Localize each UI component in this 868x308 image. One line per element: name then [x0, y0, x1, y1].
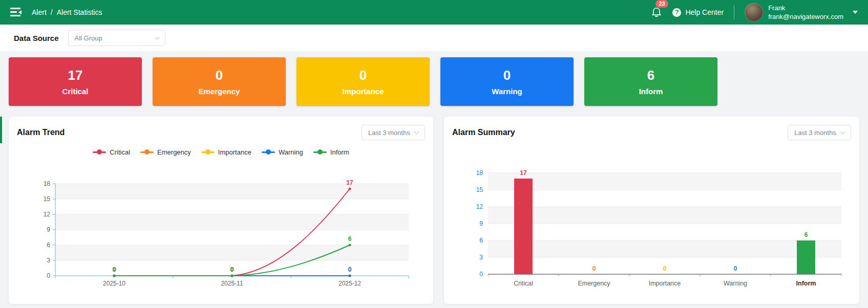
bell-icon [651, 7, 662, 19]
svg-text:0: 0 [348, 266, 352, 273]
svg-text:Importance: Importance [649, 280, 681, 287]
svg-text:6: 6 [47, 241, 50, 249]
alarm-trend-title: Alarm Trend [17, 128, 65, 137]
svg-text:6: 6 [348, 235, 352, 243]
svg-text:0: 0 [592, 265, 596, 272]
stat-label: Importance [343, 87, 384, 96]
header-divider [734, 5, 734, 19]
breadcrumb-alert-statistics: Alert Statistics [57, 8, 102, 16]
user-email: frank@navigateworx.com [768, 12, 843, 21]
stat-value: 0 [503, 68, 511, 83]
user-info: Frank frank@navigateworx.com [768, 4, 843, 21]
svg-text:Critical: Critical [514, 280, 533, 287]
breadcrumb-alert[interactable]: Alert [32, 8, 47, 16]
stat-card-warning: 0 Warning [440, 57, 574, 106]
svg-text:12: 12 [476, 203, 483, 210]
svg-text:Inform: Inform [796, 280, 816, 287]
svg-text:6: 6 [479, 237, 483, 244]
filter-row: Data Source All Group [0, 25, 868, 51]
legend-label: Inform [330, 148, 349, 156]
app-header: Alert / Alert Statistics 23 ? Help Cente… [0, 0, 868, 25]
trend-range-select[interactable]: Last 3 months [362, 125, 425, 140]
trend-range-value: Last 3 months [368, 129, 410, 137]
legend-item-inform[interactable]: Inform [313, 148, 349, 156]
svg-text:0: 0 [47, 272, 50, 279]
svg-text:17: 17 [346, 179, 353, 186]
svg-text:0: 0 [663, 265, 667, 272]
alarm-summary-panel: Alarm Summary Last 3 months 036912151817… [444, 117, 859, 304]
stat-cards-row: 17 Critical 0 Emergency 0 Importance 0 W… [9, 57, 717, 106]
legend-item-importance[interactable]: Importance [201, 148, 251, 156]
left-accent-strip [0, 117, 2, 143]
svg-text:2025-10: 2025-10 [103, 280, 125, 287]
legend-label: Critical [110, 148, 130, 156]
group-select-value: All Group [75, 34, 102, 42]
legend-marker [262, 151, 275, 153]
chevron-down-icon [853, 11, 858, 14]
stat-label: Inform [639, 87, 663, 96]
panel-head: Alarm Trend Last 3 months [17, 125, 425, 140]
chevron-down-icon [414, 129, 419, 135]
legend-label: Importance [218, 148, 251, 156]
stat-card-critical: 17 Critical [9, 57, 142, 106]
group-select[interactable]: All Group [68, 30, 165, 46]
svg-text:18: 18 [44, 180, 51, 187]
stat-card-inform: 6 Inform [584, 57, 717, 106]
summary-range-value: Last 3 months [794, 129, 836, 137]
stat-value: 0 [359, 68, 367, 83]
alarm-summary-chart: 0369121518170006CriticalEmergencyImporta… [452, 151, 851, 291]
svg-text:0: 0 [734, 265, 737, 272]
header-right: 23 ? Help Center Frank frank@navigatewor… [651, 3, 858, 21]
svg-text:15: 15 [44, 195, 51, 203]
stat-value: 6 [647, 68, 654, 83]
svg-text:2025-11: 2025-11 [221, 280, 243, 287]
breadcrumb-separator: / [51, 8, 53, 16]
notifications-button[interactable]: 23 [651, 4, 662, 21]
svg-text:15: 15 [476, 186, 483, 193]
svg-text:0: 0 [113, 266, 116, 273]
help-center-label: Help Center [685, 8, 724, 16]
stat-label: Critical [62, 87, 89, 96]
alarm-trend-chart: 03691215182025-102025-112025-12001700000… [17, 161, 425, 290]
stat-label: Emergency [199, 87, 240, 96]
legend-item-emergency[interactable]: Emergency [140, 148, 191, 156]
alarm-trend-panel: Alarm Trend Last 3 months CriticalEmerge… [9, 117, 433, 304]
stat-card-emergency: 0 Emergency [153, 57, 286, 106]
stat-value: 0 [216, 68, 223, 83]
notification-badge: 23 [655, 0, 668, 8]
svg-text:12: 12 [44, 211, 51, 218]
question-icon: ? [672, 8, 681, 17]
svg-text:3: 3 [479, 254, 483, 261]
stat-label: Warning [492, 87, 522, 96]
legend-marker [93, 151, 106, 153]
data-source-label: Data Source [14, 34, 59, 42]
svg-text:9: 9 [47, 226, 50, 233]
legend-item-warning[interactable]: Warning [262, 148, 303, 156]
svg-text:3: 3 [47, 257, 50, 264]
svg-text:6: 6 [805, 231, 808, 238]
stat-value: 17 [68, 68, 83, 83]
summary-range-select[interactable]: Last 3 months [788, 125, 851, 140]
avatar [745, 3, 763, 21]
svg-text:18: 18 [476, 169, 483, 177]
alarm-summary-title: Alarm Summary [452, 128, 515, 137]
svg-text:9: 9 [479, 220, 483, 227]
legend-marker [313, 151, 327, 153]
legend-marker [201, 151, 215, 153]
legend-marker [140, 151, 154, 153]
stat-card-importance: 0 Importance [297, 57, 430, 106]
svg-text:17: 17 [520, 169, 527, 177]
alert-statistics-page: Alert / Alert Statistics 23 ? Help Cente… [0, 0, 868, 308]
svg-text:Emergency: Emergency [578, 280, 610, 287]
sidebar-collapse-icon[interactable] [10, 8, 22, 17]
help-center-button[interactable]: ? Help Center [672, 8, 724, 17]
user-menu[interactable]: Frank frank@navigateworx.com [745, 3, 858, 21]
trend-chart-legend: CriticalEmergencyImportanceWarningInform [17, 147, 425, 157]
legend-item-critical[interactable]: Critical [93, 148, 130, 156]
svg-text:0: 0 [230, 266, 234, 273]
user-name: Frank [768, 4, 843, 12]
svg-text:2025-12: 2025-12 [338, 280, 361, 287]
legend-label: Warning [279, 148, 303, 156]
chevron-down-icon [840, 129, 845, 135]
svg-text:Warning: Warning [724, 280, 747, 287]
